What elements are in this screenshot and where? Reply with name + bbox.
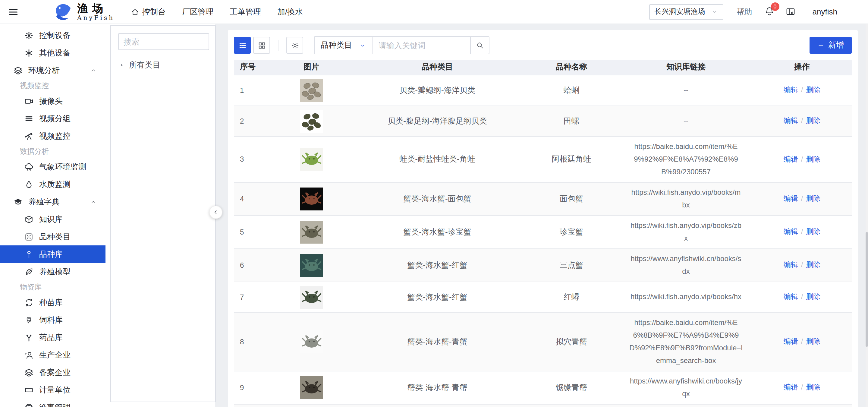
species-category: 蟹类-海水蟹-梭子蟹	[351, 404, 523, 407]
category-search-input[interactable]	[118, 33, 209, 50]
sidebar-item-种苗库[interactable]: 种苗库	[0, 294, 105, 311]
list-view-button[interactable]	[234, 37, 251, 54]
sidebar-item-水质监测[interactable]: 水质监测	[0, 176, 105, 193]
edit-link[interactable]: 编辑	[784, 116, 798, 125]
sidebar-item-渔事管理[interactable]: 渔事管理	[0, 399, 105, 407]
sidebar-item-label: 数据分析	[20, 146, 49, 156]
table-row: 9蟹类-海水蟹-青蟹锯缘青蟹https://www.anyfishwiki.cn…	[234, 371, 852, 404]
row-index: 9	[234, 371, 271, 404]
top-nav-item-2[interactable]: 厂区管理	[182, 6, 213, 17]
add-button[interactable]: 新增	[809, 37, 852, 54]
sidebar-item-摄像头[interactable]: 摄像头	[0, 92, 105, 110]
menu-icon[interactable]	[8, 6, 19, 17]
knowledge-link: https://wiki.fish.anydo.vip/books/zbx	[620, 215, 752, 248]
sidebar-item-label: 药品库	[39, 332, 63, 343]
tree-node-all-categories[interactable]: 所有类目	[111, 57, 215, 73]
keyword-search-input[interactable]	[373, 36, 471, 54]
anyfish-logo-icon	[33, 2, 73, 22]
edit-link[interactable]: 编辑	[784, 86, 798, 94]
sidebar-item-饲料库[interactable]: 饲料库	[0, 311, 105, 328]
sidebar-item-养殖模型[interactable]: 养殖模型	[0, 263, 105, 280]
sidebar-item-气象环境监测[interactable]: 气象环境监测	[0, 158, 105, 176]
row-index: 5	[234, 215, 271, 248]
sidebar-item-控制设备[interactable]: 控制设备	[0, 27, 105, 44]
sidebar-scrollbar-thumb[interactable]	[866, 232, 868, 347]
edit-link[interactable]: 编辑	[784, 227, 798, 236]
farm-select[interactable]: 长兴泗安塘渔场	[649, 4, 723, 20]
species-category: 贝类-瓣鳃纲-海洋贝类	[351, 75, 523, 105]
sidebar-item-label: 饲料库	[39, 314, 63, 325]
topbar: 渔场 AnyFish 控制台厂区管理工单管理加/换水 长兴泗安塘渔场 帮助 0 …	[0, 0, 868, 24]
edit-link[interactable]: 编辑	[784, 155, 798, 163]
sidebar-item-视频监控[interactable]: 视频监控	[0, 127, 105, 145]
row-actions: 编辑/删除	[752, 75, 852, 105]
top-nav-item-1[interactable]: 控制台	[131, 6, 166, 17]
leaf-icon	[24, 267, 34, 277]
top-nav-label: 加/换水	[277, 6, 303, 17]
filter-type-select[interactable]: 品种类目	[314, 36, 373, 54]
avatar[interactable]	[842, 3, 859, 20]
sidebar-item-品种类目[interactable]: 品种类目	[0, 228, 105, 245]
knowledge-link: --	[620, 75, 752, 105]
knowledge-link: https://www.anyfishwiki.cn/books/yhszx	[620, 404, 752, 407]
delete-link[interactable]: 删除	[806, 260, 820, 269]
row-actions: 编辑/删除	[752, 312, 852, 371]
category-tree-panel: 所有类目	[110, 25, 216, 402]
logo: 渔场 AnyFish	[33, 2, 115, 22]
sidebar-scrollbar-track[interactable]	[866, 24, 868, 407]
edit-link[interactable]: 编辑	[784, 194, 798, 202]
sidebar-item-视频分组[interactable]: 视频分组	[0, 110, 105, 127]
sidebar-item-label: 环境分析	[28, 65, 60, 76]
grid-view-button[interactable]	[253, 37, 270, 54]
table-settings-button[interactable]	[286, 37, 303, 54]
list-view-icon	[238, 41, 247, 50]
layers-icon	[13, 65, 23, 75]
species-name: 三点蟹	[523, 248, 620, 282]
delete-link[interactable]: 删除	[806, 383, 820, 391]
column-header: 品种名称	[523, 60, 620, 75]
sidebar-item-品种库[interactable]: 品种库	[0, 245, 105, 263]
delete-link[interactable]: 删除	[806, 86, 820, 94]
search-button[interactable]	[471, 36, 490, 54]
sidebar-item-label: 养殖模型	[39, 266, 70, 277]
sidebar-item-备案企业[interactable]: 备案企业	[0, 364, 105, 381]
delete-link[interactable]: 删除	[806, 337, 820, 345]
umbrella-icon	[24, 403, 34, 407]
sidebar-item-药品库[interactable]: 药品库	[0, 328, 105, 346]
edit-link[interactable]: 编辑	[784, 292, 798, 301]
sidebar-item-生产企业[interactable]: 生产企业	[0, 346, 105, 364]
filter-group: 品种类目	[314, 36, 490, 54]
delete-link[interactable]: 删除	[806, 292, 820, 301]
top-nav-item-4[interactable]: 加/换水	[277, 6, 303, 17]
delete-link[interactable]: 删除	[806, 227, 820, 236]
sidebar-item-其他设备[interactable]: 其他设备	[0, 44, 105, 62]
top-nav-item-3[interactable]: 工单管理	[230, 6, 261, 17]
delete-link[interactable]: 删除	[806, 116, 820, 125]
help-link[interactable]: 帮助	[737, 6, 752, 17]
lines-icon	[24, 114, 34, 123]
notification-bell[interactable]: 0	[764, 6, 775, 18]
knowledge-link: https://wiki.fish.anydo.vip/books/mbx	[620, 182, 752, 215]
species-category: 蟹类-海水蟹-红蟹	[351, 282, 523, 312]
asterisk-icon	[24, 48, 34, 58]
sidebar-item-环境分析[interactable]: 环境分析	[0, 62, 105, 79]
sidebar-item-知识库[interactable]: 知识库	[0, 211, 105, 228]
action-separator: /	[801, 292, 803, 301]
edit-link[interactable]: 编辑	[784, 337, 798, 345]
delete-link[interactable]: 删除	[806, 155, 820, 163]
refresh-icon	[24, 298, 34, 307]
sidebar-item-label: 水质监测	[39, 179, 70, 190]
edit-link[interactable]: 编辑	[784, 383, 798, 391]
species-name: 田螺	[523, 105, 620, 136]
collapse-panel-button[interactable]	[209, 206, 222, 219]
workbench-settings-icon[interactable]	[785, 7, 796, 17]
row-actions: 编辑/删除	[752, 215, 852, 248]
sidebar-item-养殖字典[interactable]: 养殖字典	[0, 193, 105, 211]
species-category: 蟹类-海水蟹-青蟹	[351, 312, 523, 371]
species-thumbnail	[300, 79, 323, 102]
delete-link[interactable]: 删除	[806, 194, 820, 202]
edit-link[interactable]: 编辑	[784, 260, 798, 269]
species-category: 贝类-腹足纲-海洋腹足纲贝类	[351, 105, 523, 136]
knowledge-link: https://wiki.fish.anydo.vip/books/hx	[620, 282, 752, 312]
sidebar-item-计量单位[interactable]: 计量单位	[0, 381, 105, 399]
